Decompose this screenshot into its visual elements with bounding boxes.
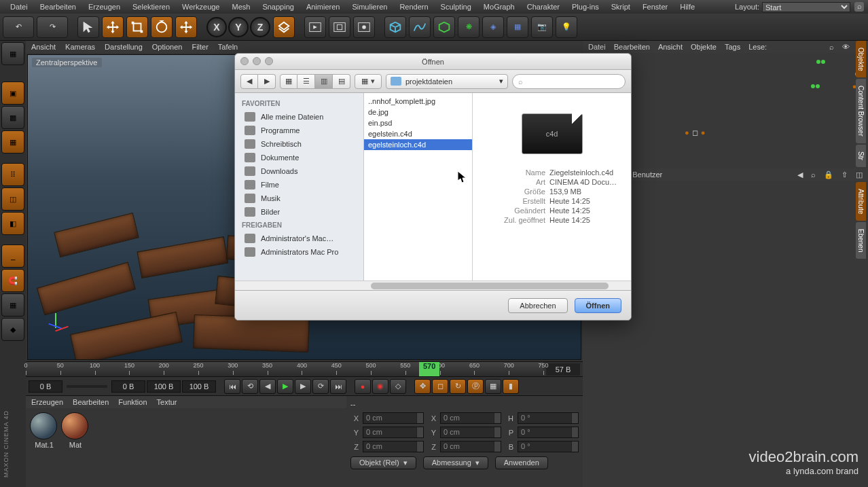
file-list-item[interactable]: de.jpg (364, 107, 472, 118)
add-nurbs-button[interactable] (433, 16, 455, 38)
make-editable-button[interactable]: ▦ (1, 42, 24, 65)
key-pla-button[interactable]: ▦ (485, 379, 501, 394)
am-lock-icon[interactable]: 🔒 (824, 170, 833, 179)
search-field[interactable]: ⌕ (512, 74, 626, 89)
x-axis-lock[interactable]: X (206, 17, 227, 37)
record-button[interactable]: ● (355, 379, 371, 394)
om-search-icon[interactable]: ⌕ (829, 43, 834, 51)
key-pos-button[interactable]: ✥ (414, 379, 431, 394)
search-icon[interactable]: ⌕ (854, 2, 864, 12)
keyframe-sel-button[interactable]: ◇ (390, 379, 406, 394)
menu-mograph[interactable]: MoGraph (477, 3, 521, 11)
view-tafeln[interactable]: Tafeln (218, 43, 238, 51)
sidebar-item[interactable]: Dokumente (235, 151, 363, 164)
edges-mode-button[interactable]: ◫ (1, 187, 24, 211)
file-list[interactable]: ..nnhof_komplett.jpgde.jpgein.psdegelste… (364, 93, 473, 281)
rotate-tool[interactable] (151, 16, 173, 38)
coord-pos-field[interactable]: 0 cm (363, 412, 424, 424)
menu-rendern[interactable]: Rendern (393, 3, 434, 11)
last-tool[interactable] (175, 16, 197, 38)
view-columns-button[interactable]: ▥ (315, 74, 333, 89)
view-list-button[interactable]: ☰ (297, 74, 315, 89)
menu-animieren[interactable]: Animieren (300, 3, 346, 11)
file-list-item[interactable]: egelsteinloch.c4d (364, 139, 472, 150)
step-back-button[interactable]: ⟲ (242, 379, 258, 394)
coord-size-field[interactable]: 0 cm (440, 441, 501, 452)
timeline-playhead[interactable]: 570 (419, 362, 439, 376)
goto-start-button[interactable]: ⏮ (224, 379, 240, 394)
path-dropdown[interactable]: projektdateien ▾ (386, 74, 508, 89)
z-axis-lock[interactable]: Z (250, 17, 270, 37)
redo-button[interactable]: ↷ (37, 16, 68, 38)
add-generator-button[interactable]: ❋ (458, 16, 480, 38)
view-coverflow-button[interactable]: ▤ (333, 74, 350, 89)
key-param-button[interactable]: ⓟ (467, 379, 484, 394)
menu-charakter[interactable]: Charakter (521, 3, 566, 11)
autokey-button[interactable]: ◉ (372, 379, 388, 394)
add-spline-button[interactable] (409, 16, 431, 38)
coord-pos-field[interactable]: 0 cm (363, 441, 424, 452)
play-button[interactable]: ▶ (277, 379, 293, 394)
am-back-icon[interactable]: ◀ (797, 170, 803, 179)
tab-str[interactable]: Str (856, 145, 866, 167)
menu-simulieren[interactable]: Simulieren (346, 3, 393, 11)
coord-rot-field[interactable]: 0 ° (518, 427, 579, 438)
undo-button[interactable]: ↶ (3, 16, 34, 38)
coord-rot-field[interactable]: 0 ° (518, 412, 579, 424)
coord-rot-field[interactable]: 0 ° (518, 441, 579, 452)
range-cur-field[interactable]: 100 B (182, 380, 216, 393)
file-list-item[interactable]: ein.psd (364, 118, 472, 128)
layout-select[interactable]: Start (762, 2, 850, 12)
mat-erzeugen[interactable]: Erzeugen (31, 398, 63, 406)
add-light-button[interactable]: 💡 (556, 16, 577, 38)
view-kameras[interactable]: Kameras (65, 43, 95, 51)
menu-sculpting[interactable]: Sculpting (435, 3, 477, 11)
sidebar-item[interactable]: Bilder (235, 205, 363, 219)
render-settings-button[interactable] (353, 16, 375, 38)
sidebar-item[interactable]: Administrators Mac Pro (235, 245, 363, 259)
range-end-field[interactable]: 100 B (147, 380, 181, 393)
view-icons-button[interactable]: ▦ (280, 74, 297, 89)
om-bearbeiten[interactable]: Bearbeiten (614, 43, 650, 51)
sidebar-item[interactable]: Schreibtisch (235, 137, 363, 151)
om-eye-icon[interactable]: 👁 (842, 43, 850, 51)
workplane-button[interactable]: ▦ (1, 130, 24, 154)
tab-attribute[interactable]: Attribute (856, 182, 866, 221)
coord-system-toggle[interactable] (273, 16, 295, 38)
sidebar-item[interactable]: Musik (235, 192, 363, 205)
file-list-item[interactable]: egelstein.c4d (364, 128, 472, 139)
render-region-button[interactable] (329, 16, 350, 38)
points-mode-button[interactable]: ⠿ (1, 163, 24, 186)
axis-button[interactable]: ⎯ (1, 245, 24, 268)
coord-size-field[interactable]: 0 cm (440, 427, 501, 438)
snap-button[interactable]: 🧲 (1, 269, 24, 292)
live-select-tool[interactable] (77, 16, 99, 38)
mat-textur[interactable]: Textur (157, 398, 177, 406)
menu-bearbeiten[interactable]: Bearbeiten (34, 3, 82, 11)
menu-erzeugen[interactable]: Erzeugen (82, 3, 126, 11)
am-up-icon[interactable]: ⇧ (842, 170, 848, 179)
tag-icon[interactable]: ◻ (692, 128, 698, 137)
tag-icon[interactable]: ● (685, 128, 689, 137)
model-mode-button[interactable]: ▣ (1, 82, 24, 105)
move-tool[interactable] (102, 16, 124, 38)
y-axis-lock[interactable]: Y (228, 17, 249, 37)
polys-mode-button[interactable]: ◧ (1, 212, 24, 235)
view-darstellung[interactable]: Darstellung (105, 43, 143, 51)
close-icon[interactable] (240, 57, 249, 65)
menu-selektieren[interactable]: Selektieren (126, 3, 176, 11)
step-fwd-button[interactable]: ⟳ (312, 379, 329, 394)
om-tags[interactable]: Tags (725, 43, 740, 51)
mat-funktion[interactable]: Funktion (118, 398, 147, 406)
tab-ebenen[interactable]: Ebenen (856, 222, 866, 259)
dialog-scrollbar[interactable] (235, 281, 631, 290)
menu-datei[interactable]: Datei (4, 3, 34, 11)
material-item[interactable]: Mat (61, 412, 90, 449)
zoom-icon[interactable] (265, 57, 273, 65)
sidebar-item[interactable]: Programme (235, 124, 363, 137)
nav-back-button[interactable]: ◀ (240, 74, 258, 89)
viewport-solo-button[interactable]: ◆ (1, 318, 24, 341)
om-ansicht[interactable]: Ansicht (658, 43, 683, 51)
file-list-item[interactable]: ..nnhof_komplett.jpg (364, 96, 472, 107)
add-environment-button[interactable]: ▦ (507, 16, 528, 38)
